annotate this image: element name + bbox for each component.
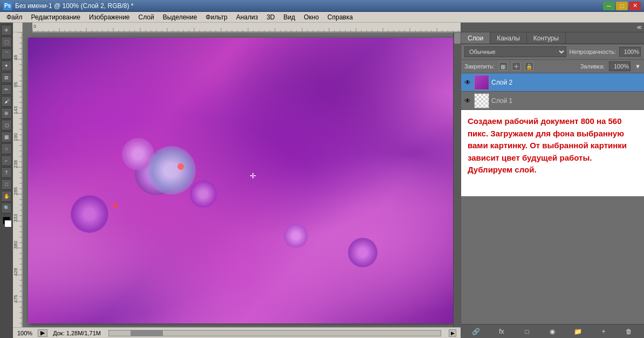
main-layout: ✛ ⬚ ⌒ ✦ ⊠ ✏ 🖌 ⊕ ◻ ▦ ○ ⌐ T □ ✋ 🔍 (0, 23, 644, 338)
center-flower (147, 146, 196, 195)
pen-tool[interactable]: ⌐ (1, 155, 12, 166)
flower-4 (71, 195, 108, 233)
menu-item-анализ[interactable]: Анализ (232, 12, 263, 22)
ps-icon: Ps (3, 2, 12, 10)
menu-item-фильтр[interactable]: Фильтр (201, 12, 231, 22)
link-layers-btn[interactable]: 🔗 (471, 327, 482, 336)
clone-tool[interactable]: ⊕ (1, 108, 12, 119)
flower-center-2 (113, 203, 118, 208)
tab-channels[interactable]: Каналы (490, 32, 527, 44)
maximize-button[interactable]: □ (616, 2, 628, 10)
scroll-thumb-up[interactable] (454, 33, 461, 44)
flower-3 (190, 181, 217, 208)
adjustment-layer-btn[interactable]: ◉ (547, 327, 558, 336)
layer-1-name: Слой 1 (491, 97, 642, 105)
left-ruler-canvas (13, 32, 23, 327)
brush-tool[interactable]: 🖌 (1, 96, 12, 107)
layers-panel: Обычные Непрозрачность: Закрепить: ▦ ✛ 🔒… (461, 44, 644, 324)
status-icon[interactable]: ▶ (38, 329, 47, 337)
opacity-label: Непрозрачность: (570, 49, 616, 55)
menu-item-файл[interactable]: Файл (2, 12, 27, 22)
content-area: ✛ 100% ▶ Док: 1,28M/1,71M ▶ (13, 23, 461, 338)
layer-2-visibility[interactable]: 👁 (463, 78, 472, 87)
menu-item-справка[interactable]: Справка (323, 12, 357, 22)
layer-2-name: Слой 2 (491, 79, 642, 86)
photoshop-canvas[interactable]: ✛ (28, 38, 453, 323)
menu-item-3d[interactable]: 3D (262, 12, 279, 22)
h-scroll-thumb[interactable] (131, 330, 163, 336)
horizontal-scrollbar[interactable] (108, 330, 441, 336)
left-toolbar: ✛ ⬚ ⌒ ✦ ⊠ ✏ 🖌 ⊕ ◻ ▦ ○ ⌐ T □ ✋ 🔍 (0, 23, 13, 338)
menu-item-изображение[interactable]: Изображение (85, 12, 134, 22)
layer-item-2[interactable]: 👁 Слой 2 (461, 73, 644, 92)
canvas-wrapper: ✛ (23, 32, 453, 327)
doc-size: Док: 1,28M/1,71M (53, 330, 101, 336)
lock-all-btn[interactable]: 🔒 (525, 62, 533, 71)
lock-move-btn[interactable]: ✛ (512, 62, 520, 71)
zoom-tool[interactable]: 🔍 (1, 203, 12, 213)
hand-tool[interactable]: ✋ (1, 191, 12, 202)
top-ruler-canvas (32, 23, 461, 32)
menu-item-выделение[interactable]: Выделение (159, 12, 202, 22)
layer-1-visibility[interactable]: 👁 (463, 96, 472, 105)
canvas-image: ✛ (28, 38, 453, 323)
tab-paths[interactable]: Контуры (527, 32, 566, 44)
vertical-scrollbar[interactable] (453, 32, 461, 327)
layer-effects-btn[interactable]: fx (496, 327, 507, 336)
gradient-tool[interactable]: ▦ (1, 132, 12, 142)
right-panel: ≪ Слои Каналы Контуры Обычные Непрозрачн… (461, 23, 644, 338)
fill-input[interactable] (609, 61, 631, 71)
dodge-tool[interactable]: ○ (1, 143, 12, 154)
menu-item-окно[interactable]: Окно (299, 12, 323, 22)
layer-1-thumbnail (474, 93, 489, 108)
layer-item-1[interactable]: 👁 Слой 1 (461, 92, 644, 110)
panel-top-bar: ≪ (461, 23, 644, 32)
ruler-corner (13, 23, 23, 32)
menu-item-вид[interactable]: Вид (279, 12, 299, 22)
text-annotation: Создаем рабочий документ 800 на 560 пикс… (461, 110, 644, 196)
top-ruler (32, 23, 461, 32)
new-group-btn[interactable]: 📁 (573, 327, 584, 336)
annotation-paragraph: Создаем рабочий документ 800 на 560 пикс… (468, 115, 638, 176)
scroll-right-btn[interactable]: ▶ (449, 329, 456, 337)
select-tool[interactable]: ⬚ (1, 37, 12, 47)
window-controls: ─ □ ✕ (603, 2, 641, 10)
fill-percent: ▼ (635, 63, 641, 70)
blend-mode-row: Обычные Непрозрачность: (461, 44, 644, 60)
close-button[interactable]: ✕ (629, 2, 641, 10)
fill-label: Заливка: (580, 63, 605, 70)
title-bar-left: Ps Без имени-1 @ 100% (Слой 2, RGB/8) * (3, 2, 134, 10)
zoom-level: 100% (17, 330, 32, 336)
status-bar: 100% ▶ Док: 1,28M/1,71M ▶ (13, 327, 461, 338)
layers-bottom-toolbar: 🔗 fx □ ◉ 📁 + 🗑 (461, 324, 644, 338)
lasso-tool[interactable]: ⌒ (1, 49, 12, 59)
new-layer-btn[interactable]: + (598, 327, 609, 336)
menu-item-слой[interactable]: Слой (134, 12, 159, 22)
opacity-input[interactable] (619, 47, 641, 57)
layer-2-thumb-preview (475, 75, 489, 89)
tab-layers[interactable]: Слои (461, 32, 490, 44)
flower-6 (348, 238, 378, 267)
delete-layer-btn[interactable]: 🗑 (624, 327, 634, 336)
add-mask-btn[interactable]: □ (522, 327, 532, 336)
layer-2-thumbnail (474, 75, 489, 90)
window-title: Без имени-1 @ 100% (Слой 2, RGB/8) * (15, 2, 134, 10)
eraser-tool[interactable]: ◻ (1, 120, 12, 130)
shape-tool[interactable]: □ (1, 179, 12, 190)
layers-tabs: Слои Каналы Контуры (461, 32, 644, 44)
background-color[interactable] (4, 220, 12, 227)
magic-wand-tool[interactable]: ✦ (1, 60, 12, 71)
menu-item-редактирование[interactable]: Редактирование (27, 12, 85, 22)
eyedropper-tool[interactable]: ✏ (1, 84, 12, 95)
lock-pixels-btn[interactable]: ▦ (499, 62, 508, 71)
move-tool[interactable]: ✛ (1, 25, 12, 36)
canvas-container: ✛ (13, 32, 461, 327)
crop-tool[interactable]: ⊠ (1, 72, 12, 83)
minimize-button[interactable]: ─ (603, 2, 615, 10)
menu-bar: ФайлРедактированиеИзображениеСлойВыделен… (0, 12, 644, 23)
expand-icon[interactable]: ≪ (636, 24, 642, 30)
blend-mode-select[interactable]: Обычные (464, 46, 566, 57)
text-tool[interactable]: T (1, 167, 12, 178)
layer-1-thumb-preview (475, 94, 489, 108)
lock-row: Закрепить: ▦ ✛ 🔒 Заливка: ▼ (461, 60, 644, 73)
